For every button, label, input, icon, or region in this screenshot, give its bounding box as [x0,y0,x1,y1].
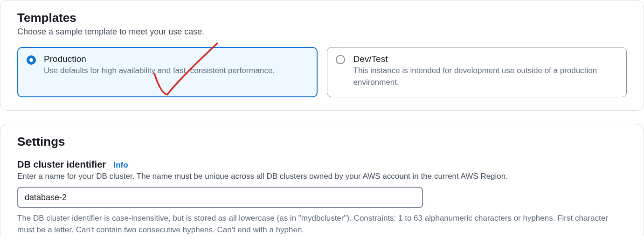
templates-title: Templates [17,11,627,25]
template-devtest[interactable]: Dev/Test This instance is intended for d… [327,47,627,97]
template-production[interactable]: Production Use defaults for high availab… [17,47,318,97]
cluster-id-input[interactable] [17,187,423,208]
settings-panel: Settings DB cluster identifier Info Ente… [0,124,644,236]
template-description: This instance is intended for developmen… [353,65,617,88]
templates-subtitle: Choose a sample template to meet your us… [17,27,627,37]
template-label: Dev/Test [353,54,617,64]
info-link[interactable]: Info [114,161,128,169]
templates-panel: Templates Choose a sample template to me… [0,0,644,111]
templates-options: Production Use defaults for high availab… [17,47,627,97]
cluster-id-field: DB cluster identifier Info Enter a name … [17,159,627,236]
cluster-id-label: DB cluster identifier [17,159,106,169]
radio-icon [27,55,36,65]
cluster-id-constraints: The DB cluster identifier is case-insens… [17,213,627,236]
template-description: Use defaults for high availability and f… [44,65,308,77]
cluster-id-help: Enter a name for your DB cluster. The na… [17,172,627,181]
radio-icon [336,55,345,64]
settings-title: Settings [17,135,627,149]
template-label: Production [44,54,308,64]
